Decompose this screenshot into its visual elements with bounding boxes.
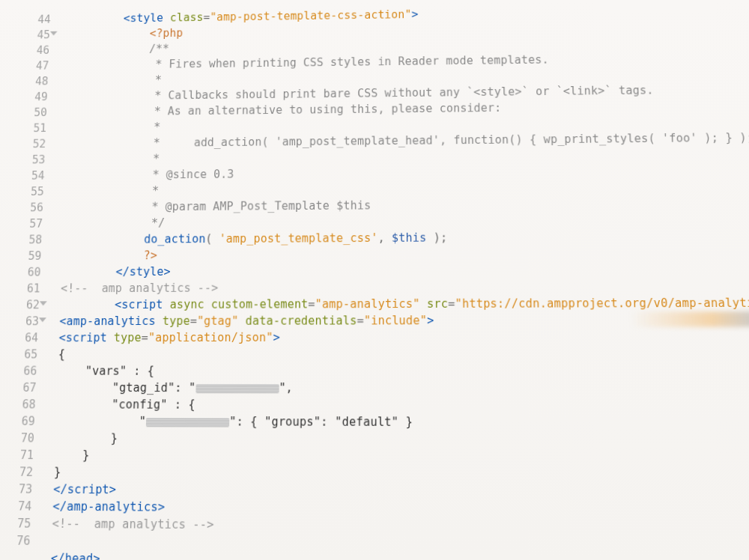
code-line[interactable]: } — [55, 430, 749, 449]
token-attr: class — [170, 11, 204, 24]
code-line[interactable]: <script async custom-element="amp-analyt… — [60, 294, 749, 313]
token-txt: } — [82, 448, 90, 463]
token-attr: custom-element — [211, 297, 309, 311]
token-phpkw: ?> — [144, 249, 158, 262]
token-tag: </script> — [53, 482, 117, 496]
fold-marker-icon[interactable] — [39, 317, 46, 322]
fold-marker-icon[interactable] — [50, 31, 58, 36]
token-txt — [420, 297, 427, 311]
token-tag: <amp-analytics — [59, 314, 156, 328]
code-line[interactable]: "": { "groups": "default" } — [55, 413, 749, 432]
token-punct: ( — [205, 232, 219, 246]
token-str: "https://cdn.ampproject.org/v0/amp-analy… — [455, 296, 749, 311]
line-number: 49 — [10, 89, 48, 105]
token-phpcom: * — [145, 184, 160, 198]
line-number: 56 — [5, 200, 43, 216]
token-tag: <style — [124, 12, 164, 25]
token-txt: : — [321, 415, 335, 429]
code-line[interactable]: <amp-analytics type="gtag" data-credenti… — [59, 311, 749, 329]
line-number: 50 — [9, 105, 47, 121]
token-attr: type — [163, 314, 190, 328]
line-number: 63 — [0, 313, 39, 329]
token-str: "gtag" — [197, 314, 239, 328]
line-number: 45 — [13, 27, 50, 43]
token-punct: , — [377, 231, 392, 245]
token-str: "application/json" — [148, 331, 273, 344]
code-line[interactable]: "gtag_id": "", — [57, 380, 749, 397]
line-number: 64 — [0, 329, 38, 346]
token-phpcom: * — [148, 73, 162, 86]
token-phpcom: * As an alternative to using this, pleas… — [148, 101, 502, 118]
line-number: 59 — [3, 248, 42, 264]
token-strdark: "vars" — [85, 364, 127, 377]
line-number: 67 — [0, 380, 37, 396]
token-txt: ": { — [229, 415, 264, 429]
line-number: 62 — [1, 296, 40, 313]
line-number: 61 — [1, 281, 40, 297]
token-tag: </style> — [115, 265, 171, 279]
code-line[interactable]: <script type="application/json"> — [58, 328, 749, 346]
token-punct: = — [308, 297, 315, 311]
token-str: 'amp_post_template_css' — [219, 231, 378, 246]
line-number: 52 — [7, 136, 46, 153]
line-number: 69 — [0, 413, 35, 430]
line-number: 51 — [8, 121, 46, 136]
code-area[interactable]: <style class="amp-post-template-css-acti… — [37, 1, 749, 560]
line-number: 53 — [7, 152, 46, 168]
token-phpcom: */ — [145, 216, 166, 230]
token-txt: } — [398, 415, 413, 429]
line-number: 58 — [4, 232, 43, 249]
line-number: 44 — [13, 12, 51, 28]
token-txt: " — [139, 415, 147, 429]
token-punct: = — [357, 314, 363, 327]
token-phpcom: * — [147, 121, 160, 133]
redacted-text — [195, 383, 279, 392]
code-line[interactable]: </style> — [61, 261, 749, 280]
line-number: 65 — [0, 346, 38, 362]
token-str: "include" — [364, 314, 427, 327]
code-editor[interactable]: 4445464748495051525354555657585960616263… — [0, 2, 749, 560]
token-tag: </head> — [51, 551, 100, 560]
line-number — [0, 550, 30, 560]
redacted-text — [146, 417, 229, 427]
token-tag: </amp-analytics> — [52, 499, 165, 514]
token-attr: type — [114, 331, 142, 344]
token-txt — [163, 298, 170, 311]
token-punct: = — [203, 11, 210, 24]
token-attr: src — [427, 297, 448, 311]
code-line[interactable]: "config" : { — [56, 396, 749, 414]
line-number: 68 — [0, 396, 36, 413]
token-txt — [204, 298, 212, 311]
token-tag: > — [427, 314, 434, 327]
token-phpcom: /** — [149, 43, 169, 55]
token-attr: data-credentials — [246, 314, 357, 327]
line-number: 47 — [11, 58, 49, 73]
token-strdark: "default" — [335, 415, 398, 429]
token-txt: : { — [127, 364, 154, 377]
token-phpcom: * — [146, 152, 160, 165]
token-str: "amp-post-template-css-action" — [210, 8, 411, 24]
token-tag: <script — [115, 298, 163, 311]
line-number: 76 — [0, 532, 31, 550]
token-comment: <!-- amp analytics --> — [61, 281, 219, 296]
token-tag: > — [273, 331, 280, 344]
code-line[interactable]: { — [58, 345, 749, 362]
token-str: "amp-analytics" — [315, 297, 420, 311]
code-line[interactable]: <!-- amp analytics --> — [61, 278, 749, 297]
line-number: 48 — [10, 73, 49, 89]
code-line[interactable]: "vars" : { — [58, 362, 749, 380]
token-punct: ); — [426, 231, 447, 245]
token-strdark: "groups" — [264, 415, 321, 429]
token-txt: } — [111, 431, 118, 445]
token-txt: { — [58, 347, 66, 361]
token-txt: ", — [279, 381, 293, 395]
token-punct: = — [190, 314, 198, 328]
line-number: 66 — [0, 363, 37, 380]
fold-marker-icon[interactable] — [40, 301, 47, 305]
line-number: 74 — [0, 498, 32, 515]
token-func: do_action — [144, 232, 205, 246]
token-txt: } — [54, 466, 61, 480]
line-number: 57 — [4, 216, 43, 232]
line-number: 72 — [0, 463, 33, 481]
token-tag: <script — [58, 331, 107, 344]
